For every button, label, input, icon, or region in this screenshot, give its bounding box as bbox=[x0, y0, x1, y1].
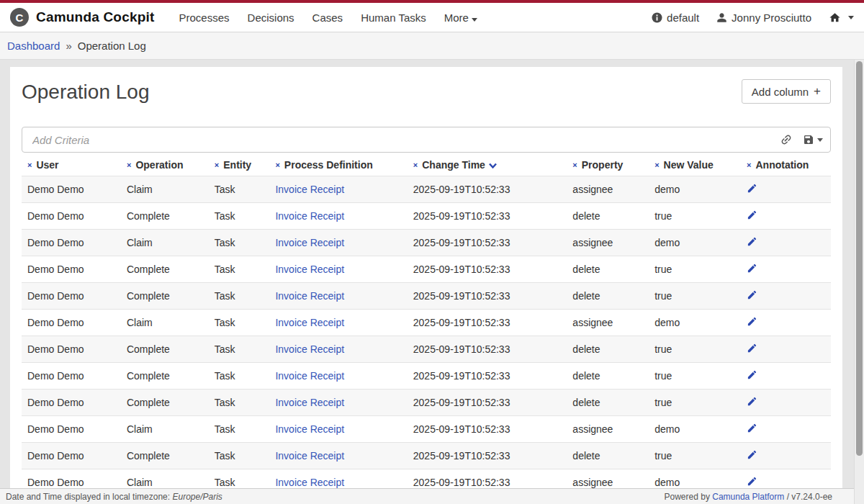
cell-operation: Claim bbox=[121, 469, 209, 488]
nav-cases[interactable]: Cases bbox=[312, 12, 343, 24]
cell-operation: Claim bbox=[121, 415, 209, 442]
timezone-note: Date and Time displayed in local timezon… bbox=[6, 492, 222, 502]
cell-entity: Task bbox=[209, 309, 270, 336]
cell-operation: Claim bbox=[121, 309, 209, 336]
remove-column-icon[interactable]: × bbox=[413, 161, 418, 169]
column-header[interactable]: ×Property bbox=[567, 154, 649, 176]
process-definition-link[interactable]: Invoice Receipt bbox=[275, 237, 344, 248]
column-header[interactable]: ×Annotation bbox=[741, 154, 831, 176]
column-header-label: Entity bbox=[223, 159, 251, 171]
nav-decisions[interactable]: Decisions bbox=[248, 12, 294, 24]
process-definition-link[interactable]: Invoice Receipt bbox=[275, 317, 344, 328]
remove-column-icon[interactable]: × bbox=[27, 161, 32, 169]
column-header[interactable]: ×Operation bbox=[121, 154, 209, 176]
nav-more-dropdown[interactable]: More bbox=[444, 12, 477, 24]
edit-annotation-button[interactable] bbox=[747, 449, 757, 460]
edit-annotation-button[interactable] bbox=[747, 343, 757, 354]
edit-annotation-button[interactable] bbox=[747, 210, 757, 220]
camunda-logo[interactable]: C bbox=[10, 8, 29, 27]
process-definition-link[interactable]: Invoice Receipt bbox=[275, 210, 344, 222]
remove-column-icon[interactable]: × bbox=[275, 161, 279, 169]
cell-operation: Complete bbox=[121, 202, 209, 229]
column-header[interactable]: ×Process Definition bbox=[269, 154, 407, 176]
user-icon bbox=[716, 12, 727, 23]
add-column-button[interactable]: Add column + bbox=[742, 79, 831, 104]
cell-process-definition: Invoice Receipt bbox=[269, 442, 407, 469]
engine-select[interactable]: default bbox=[652, 12, 699, 24]
cell-process-definition: Invoice Receipt bbox=[269, 389, 407, 415]
cell-user: Demo Demo bbox=[22, 469, 121, 488]
remove-column-icon[interactable]: × bbox=[127, 161, 131, 169]
cell-new-value: true bbox=[649, 336, 741, 362]
powered-by: Powered by Camunda Platform / v7.24.0-ee bbox=[665, 492, 832, 502]
operation-log-row: Demo Demo Complete Task Invoice Receipt … bbox=[22, 362, 831, 389]
cell-change-time: 2025-09-19T10:52:33 bbox=[408, 389, 567, 415]
cell-process-definition: Invoice Receipt bbox=[269, 362, 407, 389]
search-criteria-input[interactable] bbox=[22, 127, 780, 152]
remove-column-icon[interactable]: × bbox=[654, 161, 659, 169]
cell-change-time: 2025-09-19T10:52:33 bbox=[408, 415, 567, 442]
operation-log-row: Demo Demo Complete Task Invoice Receipt … bbox=[22, 442, 831, 469]
process-definition-link[interactable]: Invoice Receipt bbox=[275, 450, 344, 462]
edit-annotation-button[interactable] bbox=[747, 369, 757, 380]
process-definition-link[interactable]: Invoice Receipt bbox=[275, 370, 344, 382]
cell-operation: Claim bbox=[121, 176, 209, 202]
column-header-label: User bbox=[36, 159, 58, 171]
cell-annotation bbox=[741, 282, 831, 309]
pencil-icon bbox=[747, 369, 757, 380]
edit-annotation-button[interactable] bbox=[747, 236, 757, 247]
edit-annotation-button[interactable] bbox=[747, 183, 757, 194]
cell-property: delete bbox=[567, 256, 649, 282]
nav-processes[interactable]: Processes bbox=[179, 12, 230, 24]
column-header[interactable]: ×User bbox=[22, 154, 121, 176]
remove-column-icon[interactable]: × bbox=[215, 161, 219, 169]
edit-annotation-button[interactable] bbox=[747, 423, 757, 433]
scrollbar-track[interactable] bbox=[854, 60, 864, 504]
column-header-label: Property bbox=[582, 159, 624, 171]
column-header[interactable]: ×Entity bbox=[209, 154, 270, 176]
cell-process-definition: Invoice Receipt bbox=[269, 309, 407, 336]
save-search-button[interactable] bbox=[803, 134, 823, 145]
pencil-icon bbox=[747, 183, 757, 194]
copy-search-link-button[interactable] bbox=[780, 133, 793, 146]
cell-property: assignee bbox=[567, 229, 649, 256]
cell-user: Demo Demo bbox=[22, 256, 121, 282]
edit-annotation-button[interactable] bbox=[747, 289, 757, 300]
edit-annotation-button[interactable] bbox=[747, 316, 757, 327]
cell-annotation bbox=[741, 202, 831, 229]
operation-log-row: Demo Demo Claim Task Invoice Receipt 202… bbox=[22, 415, 831, 442]
process-definition-link[interactable]: Invoice Receipt bbox=[275, 397, 344, 408]
user-menu[interactable]: Jonny Prosciutto bbox=[716, 12, 811, 24]
process-definition-link[interactable]: Invoice Receipt bbox=[275, 423, 344, 435]
remove-column-icon[interactable]: × bbox=[747, 161, 751, 169]
process-definition-link[interactable]: Invoice Receipt bbox=[275, 343, 344, 355]
powered-by-label: Powered by bbox=[665, 492, 710, 502]
breadcrumb-dashboard-link[interactable]: Dashboard bbox=[7, 40, 60, 52]
process-definition-link[interactable]: Invoice Receipt bbox=[275, 264, 344, 275]
link-icon bbox=[777, 130, 795, 148]
column-header[interactable]: ×New Value bbox=[649, 154, 741, 176]
cell-property: delete bbox=[567, 336, 649, 362]
edit-annotation-button[interactable] bbox=[747, 476, 757, 487]
cell-user: Demo Demo bbox=[22, 282, 121, 309]
camunda-platform-link[interactable]: Camunda Platform bbox=[712, 492, 784, 502]
process-definition-link[interactable]: Invoice Receipt bbox=[275, 290, 344, 302]
edit-annotation-button[interactable] bbox=[747, 263, 757, 274]
nav-human-tasks[interactable]: Human Tasks bbox=[361, 12, 426, 24]
process-definition-link[interactable]: Invoice Receipt bbox=[275, 477, 344, 488]
cell-process-definition: Invoice Receipt bbox=[269, 256, 407, 282]
info-icon bbox=[652, 12, 662, 23]
home-icon bbox=[829, 12, 841, 24]
operation-log-row: Demo Demo Claim Task Invoice Receipt 202… bbox=[22, 309, 831, 336]
edit-annotation-button[interactable] bbox=[747, 396, 757, 407]
scrollbar-thumb[interactable] bbox=[856, 61, 863, 456]
column-header-label: Process Definition bbox=[284, 159, 373, 171]
column-header[interactable]: ×Change Time bbox=[408, 154, 567, 176]
remove-column-icon[interactable]: × bbox=[572, 161, 577, 169]
engine-label: default bbox=[667, 12, 699, 24]
process-definition-link[interactable]: Invoice Receipt bbox=[275, 184, 344, 195]
app-switcher[interactable] bbox=[829, 12, 854, 24]
cell-entity: Task bbox=[209, 229, 270, 256]
camunda-logo-letter: C bbox=[16, 12, 24, 24]
cell-process-definition: Invoice Receipt bbox=[269, 469, 407, 488]
